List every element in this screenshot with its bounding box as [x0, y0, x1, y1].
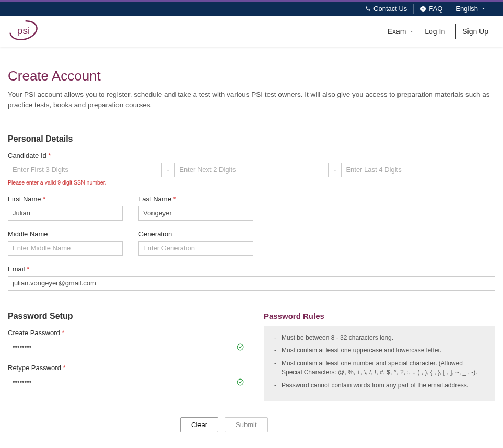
- clear-button[interactable]: Clear: [180, 417, 218, 432]
- candidate-id-label: Candidate Id *: [8, 152, 495, 159]
- svg-text:?: ?: [422, 7, 424, 10]
- middle-name-label: Middle Name: [8, 230, 123, 238]
- psi-logo[interactable]: psi: [8, 20, 39, 42]
- header-nav: Exam Log In Sign Up: [388, 24, 495, 39]
- password-rule-item: Must be between 8 - 32 characters long.: [274, 334, 485, 342]
- create-password-label: Create Password *: [8, 329, 248, 337]
- candidate-id-part1-input[interactable]: [8, 163, 162, 177]
- candidate-id-part2-input[interactable]: [174, 163, 329, 177]
- exam-label: Exam: [388, 27, 406, 36]
- chevron-down-icon: [409, 29, 414, 34]
- candidate-id-error: Please enter a valid 9 digit SSN number.: [8, 179, 495, 186]
- password-rules: Password Rules Must be between 8 - 32 ch…: [264, 312, 495, 402]
- retype-password-group: Retype Password *: [8, 364, 248, 389]
- first-name-group: First Name *: [8, 195, 123, 221]
- contact-us-link[interactable]: Contact Us: [359, 4, 414, 14]
- retype-password-label: Retype Password *: [8, 364, 248, 372]
- separator: -: [334, 166, 336, 174]
- email-group: Email *: [8, 265, 495, 291]
- password-setup-heading: Password Setup: [8, 312, 248, 321]
- exam-dropdown[interactable]: Exam: [388, 27, 415, 36]
- first-name-label: First Name *: [8, 195, 123, 203]
- phone-icon: [365, 6, 371, 12]
- generation-group: Generation: [138, 230, 253, 256]
- faq-label: FAQ: [429, 5, 442, 13]
- personal-details-heading: Personal Details: [8, 134, 495, 144]
- create-password-input[interactable]: [8, 340, 248, 354]
- login-link[interactable]: Log In: [425, 27, 445, 36]
- checkmark-icon: [237, 343, 244, 351]
- language-selector[interactable]: English: [449, 4, 495, 14]
- password-rule-item: Must contain at least one uppercase and …: [274, 346, 485, 355]
- candidate-id-part3-input[interactable]: [341, 163, 495, 177]
- form-buttons: Clear Submit: [180, 417, 495, 432]
- signup-button[interactable]: Sign Up: [455, 24, 495, 39]
- middle-name-input[interactable]: [8, 241, 123, 256]
- generation-label: Generation: [138, 230, 253, 238]
- page-description: Your PSI account allows you to register,…: [8, 89, 495, 111]
- faq-link[interactable]: ? FAQ: [414, 4, 449, 14]
- middle-name-group: Middle Name: [8, 230, 123, 256]
- help-icon: ?: [420, 6, 426, 12]
- chevron-down-icon: [481, 6, 486, 12]
- first-name-input[interactable]: [8, 206, 123, 221]
- retype-password-input[interactable]: [8, 375, 248, 389]
- submit-button[interactable]: Submit: [225, 417, 267, 432]
- password-rules-heading: Password Rules: [264, 312, 495, 320]
- main-content: Create Account Your PSI account allows y…: [0, 47, 503, 443]
- checkmark-icon: [237, 378, 244, 386]
- create-password-group: Create Password *: [8, 329, 248, 354]
- page-title: Create Account: [8, 68, 495, 84]
- main-header: psi Exam Log In Sign Up: [0, 16, 503, 47]
- password-setup: Password Setup Create Password * Retype …: [8, 312, 248, 402]
- email-label: Email *: [8, 265, 495, 273]
- password-rules-list: Must be between 8 - 32 characters long. …: [264, 326, 495, 402]
- top-bar: Contact Us ? FAQ English: [0, 0, 503, 16]
- svg-text:psi: psi: [17, 25, 30, 36]
- last-name-group: Last Name *: [138, 195, 253, 221]
- last-name-input[interactable]: [138, 206, 253, 221]
- email-input[interactable]: [8, 276, 495, 291]
- separator: -: [167, 166, 170, 174]
- password-rule-item: Must contain at least one number and spe…: [274, 359, 485, 377]
- password-rule-item: Password cannot contain words from any p…: [274, 381, 485, 390]
- language-label: English: [455, 5, 478, 13]
- contact-us-label: Contact Us: [373, 5, 407, 13]
- candidate-id-group: Candidate Id * - - Please enter a valid …: [8, 152, 495, 186]
- generation-input[interactable]: [138, 241, 253, 256]
- last-name-label: Last Name *: [138, 195, 253, 203]
